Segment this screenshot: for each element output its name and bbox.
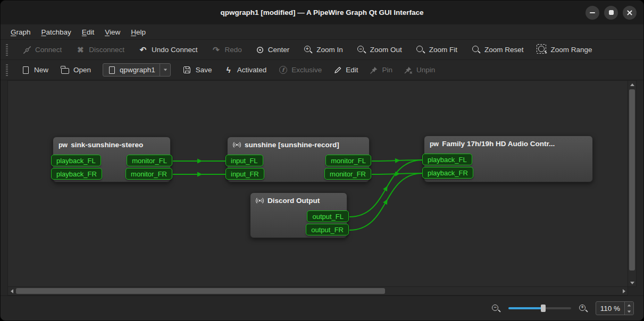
zoom-range-icon — [538, 45, 547, 55]
toolbar-button-connect[interactable]: Connect — [23, 46, 62, 54]
zoom-controls: − + 110 % — [491, 301, 634, 315]
minimize-button[interactable] — [586, 6, 599, 20]
undo-icon: ↶ — [138, 45, 148, 55]
toolbar-button-pin[interactable]: Pin — [370, 66, 392, 74]
port-monitor_FL[interactable]: monitor_FL — [325, 155, 371, 166]
zoom-slider[interactable] — [508, 303, 571, 313]
port-output_FR[interactable]: output_FR — [306, 224, 349, 235]
toolbar-button-zoom-range[interactable]: Zoom Range — [538, 45, 592, 55]
toolbar-button-label: New — [34, 66, 48, 74]
toolbar-button-unpin[interactable]: Unpin — [404, 66, 435, 74]
window-controls — [586, 6, 637, 20]
toolbar-button-open[interactable]: Open — [60, 65, 91, 75]
zoom-spin-down-button[interactable] — [625, 308, 633, 315]
port-playback_FL[interactable]: playback_FL — [422, 154, 472, 165]
port-monitor_FR[interactable]: monitor_FR — [126, 168, 172, 180]
zoom-out-icon: − — [491, 303, 501, 313]
connection-arrow-icon — [197, 159, 203, 164]
menu-item-view[interactable]: View — [100, 26, 125, 38]
toolbar-button-disconnect[interactable]: ✖Disconnect — [76, 45, 124, 55]
scroll-right-icon — [623, 289, 625, 293]
port-monitor_FR[interactable]: monitor_FR — [324, 168, 371, 180]
port-monitor_FL[interactable]: monitor_FL — [127, 155, 172, 166]
horizontal-scrollbar[interactable] — [7, 287, 628, 295]
toolbar-button-zoom-fit[interactable]: Zoom Fit — [416, 45, 457, 55]
redo-icon: ↷ — [211, 45, 221, 55]
node-family[interactable]: pwFamily 17h/19h HD Audio Contr...playba… — [424, 136, 593, 182]
zoom-spinbox[interactable]: 110 % — [596, 301, 634, 315]
menu-item-graph[interactable]: Graph — [6, 26, 36, 38]
toolbar-button-undo-connect[interactable]: ↶Undo Connect — [138, 45, 197, 55]
connection-sunshine:monitor_FR-to-family:playback_FR[interactable] — [372, 173, 423, 174]
toolbar-button-label: Center — [268, 46, 290, 54]
node-sunshine[interactable]: sunshine [sunshine-record]input_FLinput_… — [227, 137, 370, 182]
port-playback_FR[interactable]: playback_FR — [422, 167, 473, 179]
toolbar-button-zoom-in[interactable]: +Zoom In — [303, 45, 343, 55]
node-title: sink-sunshine-stereo — [71, 141, 143, 149]
port-playback_FL[interactable]: playback_FL — [51, 155, 101, 166]
scroll-left-button[interactable] — [8, 288, 15, 295]
scroll-right-button[interactable] — [620, 288, 628, 295]
toolbar-button-zoom-out[interactable]: −Zoom Out — [357, 45, 402, 55]
window-title: qpwgraph1 [modified] — A PipeWire Graph … — [220, 9, 423, 16]
scrollbar-corner — [628, 287, 637, 295]
menu-item-edit[interactable]: Edit — [77, 26, 99, 38]
toolbar-button-exclusive[interactable]: fExclusive — [278, 65, 322, 75]
connection-arrow-icon — [395, 158, 400, 163]
scroll-down-button[interactable] — [628, 279, 636, 286]
toolbar-drag-handle[interactable] — [6, 64, 8, 76]
port-output_FL[interactable]: output_FL — [307, 210, 349, 222]
toolbar-button-edit[interactable]: Edit — [333, 66, 358, 74]
horizontal-scroll-track[interactable] — [15, 287, 620, 295]
unpin-icon — [404, 66, 413, 74]
statusbar: − + 110 % — [1, 295, 643, 320]
toolbar-button-zoom-reset[interactable]: Zoom Reset — [471, 45, 524, 55]
vertical-scrollbar-thumb[interactable] — [629, 89, 635, 271]
toolbar-button-save[interactable]: Save — [182, 65, 212, 75]
toolbar-graph: Connect✖Disconnect↶Undo Connect↷RedoCent… — [1, 40, 643, 60]
menu-item-help[interactable]: Help — [126, 26, 150, 38]
connection-arrow-icon — [197, 172, 203, 177]
patchbay-combo[interactable]: qpwgraph1 — [103, 63, 171, 77]
vertical-scrollbar[interactable] — [628, 80, 637, 287]
pipewire-icon: pw — [58, 141, 67, 149]
close-button[interactable] — [623, 6, 637, 20]
statusbar-zoom-in-button[interactable]: + — [579, 303, 588, 313]
node-sink[interactable]: pwsink-sunshine-stereoplayback_FLplaybac… — [53, 137, 171, 182]
zoom-slider-fill — [508, 307, 543, 309]
scroll-left-icon — [11, 289, 13, 293]
toolbar-drag-handle[interactable] — [6, 44, 8, 56]
toolbar-button-label: Redo — [224, 46, 241, 54]
zoom-spin-up-button[interactable] — [625, 302, 633, 308]
port-playback_FR[interactable]: playback_FR — [51, 168, 102, 180]
port-input_FL[interactable]: input_FL — [225, 155, 263, 166]
toolbar-button-new[interactable]: New — [21, 65, 48, 75]
connection-sunshine:monitor_FL-to-family:playback_FL[interactable] — [372, 160, 423, 161]
close-icon — [626, 10, 633, 16]
scroll-up-icon — [630, 83, 634, 86]
pipewire-icon: pw — [430, 140, 438, 148]
toolbar-button-activated[interactable]: ϟActivated — [224, 65, 267, 75]
toolbar-button-label: Save — [196, 66, 212, 74]
horizontal-scrollbar-thumb[interactable] — [16, 288, 385, 294]
toolbar-button-center[interactable]: Center — [256, 46, 290, 54]
vertical-scroll-track[interactable] — [628, 88, 636, 279]
statusbar-zoom-out-button[interactable]: − — [491, 303, 501, 313]
file-icon — [107, 65, 116, 75]
graph-canvas[interactable]: pwsink-sunshine-stereoplayback_FLplaybac… — [7, 80, 628, 287]
menu-item-patchbay[interactable]: Patchbay — [37, 26, 76, 38]
node-discord[interactable]: Discord Outputoutput_FLoutput_FR — [250, 192, 347, 238]
toolbar-button-label: Pin — [382, 66, 392, 74]
connection-arrow-icon — [395, 172, 400, 176]
toolbar-button-label: Disconnect — [89, 46, 124, 54]
disconnect-icon: ✖ — [76, 45, 85, 55]
port-input_FR[interactable]: input_FR — [225, 168, 264, 180]
toolbar-button-redo[interactable]: ↷Redo — [211, 45, 241, 55]
connect-icon — [23, 46, 31, 54]
maximize-button[interactable] — [604, 6, 618, 20]
title-bar: qpwgraph1 [modified] — A PipeWire Graph … — [1, 1, 643, 24]
zoom-slider-handle[interactable] — [541, 305, 546, 312]
scroll-up-button[interactable] — [628, 81, 636, 88]
node-title: Family 17h/19h HD Audio Contr... — [442, 140, 555, 148]
connections-svg — [8, 81, 628, 286]
